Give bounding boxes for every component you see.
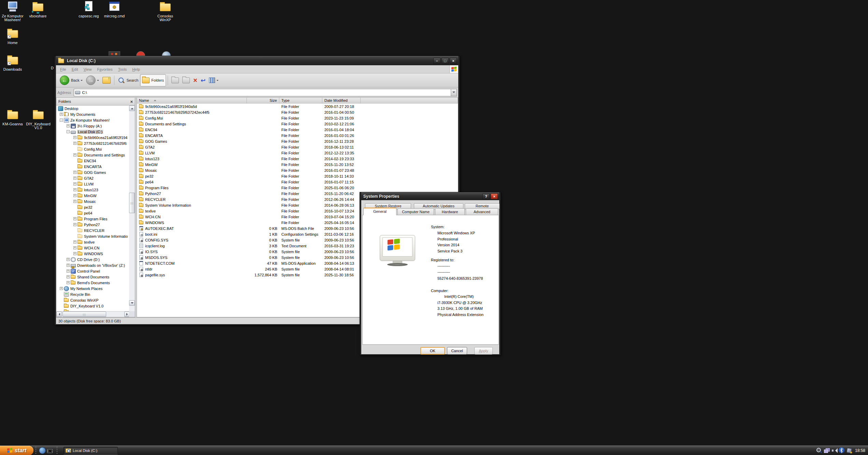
menu-help[interactable]: Help — [129, 66, 143, 72]
expand-icon[interactable]: + — [73, 171, 76, 174]
expand-icon[interactable]: + — [73, 200, 76, 203]
tree-item-gta2[interactable]: +GTA2 — [56, 175, 130, 181]
tree-item-9c5b960cea21a69f02f194[interactable]: +9c5b960cea21a69f02f194 — [56, 135, 130, 140]
expand-icon[interactable]: + — [73, 177, 76, 180]
volume-tray-icon[interactable] — [831, 447, 837, 453]
expand-icon[interactable]: + — [67, 264, 70, 267]
tree-item-diy-keyboard-v1-0[interactable]: DIY_Keyboard V1.0 — [56, 303, 130, 309]
table-row-mingw[interactable]: MinGWFile Folder2015-11-20 13:52 — [137, 162, 458, 167]
table-row-9c5b960cea21a69f02f1940a5d[interactable]: 9c5b960cea21a69f02f1940a5dFile Folder200… — [137, 104, 458, 109]
tree-item-bernd-s-documents[interactable]: +Bernd's Documents — [56, 280, 130, 286]
table-row-27753c682121467b925f637242ec44f5[interactable]: 27753c682121467b925f637242ec44f5File Fol… — [137, 109, 458, 115]
expand-icon[interactable]: + — [73, 153, 76, 156]
tree-item-cd-drive-d[interactable]: +CD Drive (D:) — [56, 257, 130, 262]
tree-item-my-documents[interactable]: +My Documents — [56, 111, 130, 117]
expand-icon[interactable]: + — [73, 194, 76, 197]
expand-icon[interactable]: + — [73, 223, 76, 226]
tree-item-wch-cn[interactable]: +WCH.CN — [56, 245, 130, 251]
tree-item-gog-games[interactable]: +GOG Games — [56, 169, 130, 175]
bluetooth-tray-icon[interactable] — [839, 447, 844, 453]
maximize-button[interactable]: □ — [442, 58, 449, 64]
move-to-button[interactable] — [170, 74, 181, 86]
forward-button[interactable]: → — [84, 74, 101, 86]
tree-item-enc94[interactable]: ENC94 — [56, 158, 130, 164]
menu-edit[interactable]: Edit — [69, 66, 81, 72]
folders-button[interactable]: Folders — [140, 74, 166, 86]
tree-item-consolas-winxp[interactable]: Consolas WinXP — [56, 297, 130, 303]
table-row-config-msi[interactable]: Config.MsiFile Folder2023-11-23 15:09 — [137, 115, 458, 121]
command-prompt-quick-launch-icon[interactable]: C:\ — [47, 449, 53, 453]
column-header-name[interactable]: Name — [137, 98, 247, 104]
menu-file[interactable]: File — [57, 66, 69, 72]
tree-item-3-floppy-a[interactable]: +3½ Floppy (A:) — [56, 123, 130, 129]
menu-view[interactable]: View — [81, 66, 95, 72]
tree-item-encarta[interactable]: ENCARTA — [56, 164, 130, 169]
tree-item-local-disk-c[interactable]: -Local Disk (C:) — [56, 129, 130, 135]
tree-item-pe64[interactable]: pe64 — [56, 210, 130, 216]
table-row-enc94[interactable]: ENC94File Folder2016-01-04 18:04 — [137, 127, 458, 133]
search-button[interactable]: Search — [116, 74, 140, 86]
expand-icon[interactable]: + — [73, 136, 76, 139]
expand-icon[interactable]: + — [73, 182, 76, 185]
tree-item-texlive[interactable]: +texlive — [56, 239, 130, 245]
ok-button[interactable]: OK — [420, 347, 445, 355]
desktop-icon-consolas-winxp[interactable]: Consolas WinXP — [152, 1, 179, 22]
table-row-encarta[interactable]: ENCARTAFile Folder2016-01-03 01:26 — [137, 133, 458, 138]
desktop-icon-diy-keyboard-v1-0[interactable]: DIY_Keyboard V1.0 — [25, 109, 52, 130]
tree-item-recycler[interactable]: RECYCLER — [56, 228, 130, 233]
collapse-icon[interactable]: - — [60, 119, 63, 122]
tree-item-downloads-on-vboxsvr-z[interactable]: +Downloads on 'VBoxSvr' (Z:) — [56, 262, 130, 268]
expand-icon[interactable]: + — [73, 252, 76, 255]
tree-item-mingw[interactable]: +MinGW — [56, 193, 130, 198]
help-button[interactable]: ? — [482, 193, 490, 199]
desktop-icon-km-goanna[interactable]: KM-Goanna — [0, 109, 26, 126]
views-dropdown-icon[interactable] — [216, 80, 219, 82]
expand-icon[interactable]: + — [73, 188, 76, 191]
tab-hardware[interactable]: Hardware — [435, 208, 465, 216]
tree-item-config-msi[interactable]: Config.Msi — [56, 146, 130, 152]
expand-icon[interactable]: + — [67, 281, 70, 284]
tree-item-control-panel[interactable]: +Control Panel — [56, 268, 130, 274]
tree-item-llvm[interactable]: +LLVM — [56, 181, 130, 187]
desktop-icon-ze-komputor-masheen[interactable]: Ze Komputor Masheen! — [0, 1, 26, 22]
tree-item-my-network-places[interactable]: +My Network Places — [56, 286, 130, 291]
delete-button[interactable]: × — [192, 74, 199, 86]
expand-icon[interactable]: + — [67, 270, 70, 273]
tree-vertical-scrollbar[interactable]: ||| — [129, 106, 135, 312]
column-header-date-modified[interactable]: Date Modified — [322, 98, 361, 104]
table-row-lotus123[interactable]: lotus123File Folder2014-02-19 23:33 — [137, 156, 458, 162]
back-button[interactable]: ← Back — [58, 74, 84, 86]
expand-icon[interactable]: + — [67, 275, 70, 278]
tab-computer-name[interactable]: Computer Name — [397, 208, 434, 216]
expand-icon[interactable]: + — [73, 246, 76, 249]
table-row-mosaic[interactable]: MosaicFile Folder2016-01-07 23:48 — [137, 167, 458, 173]
magnifier-tray-icon[interactable] — [816, 447, 822, 453]
virtualbox-tray-icon[interactable] — [846, 447, 852, 453]
table-row-documents-and-settings[interactable]: Documents and SettingsFile Folder2010-02… — [137, 121, 458, 127]
explorer-titlebar[interactable]: Local Disk (C:) – □ × — [56, 56, 458, 65]
tree-item-pe32[interactable]: pe32 — [56, 204, 130, 210]
forward-dropdown-icon[interactable] — [97, 80, 99, 82]
expand-icon[interactable]: + — [67, 258, 70, 261]
tree-item-windows[interactable]: +WINDOWS — [56, 251, 130, 257]
tree-item-mosaic[interactable]: +Mosaic — [56, 198, 130, 204]
tree-item-desktop[interactable]: Desktop — [56, 106, 130, 111]
desktop-icon-vboxshare[interactable]: vboxshare — [24, 1, 52, 18]
tree-item-system-volume-informatio[interactable]: System Volume Informatio — [56, 233, 130, 239]
collapse-icon[interactable]: - — [67, 130, 70, 133]
tree-horizontal-scrollbar[interactable]: ||| — [56, 311, 130, 317]
tree-item-lotus123[interactable]: +lotus123 — [56, 187, 130, 193]
menu-favorites[interactable]: Favorites — [94, 66, 115, 72]
table-row-pe64[interactable]: pe64File Folder2016-01-07 11:15 — [137, 179, 458, 185]
expand-icon[interactable]: + — [73, 240, 76, 244]
close-icon[interactable]: × — [491, 193, 498, 199]
expand-icon[interactable]: + — [73, 217, 76, 220]
table-row-program-files[interactable]: Program FilesFile Folder2025-01-06 06:20 — [137, 185, 458, 191]
tree-item-program-files[interactable]: +Program Files — [56, 216, 130, 222]
tab-general[interactable]: General — [363, 208, 396, 215]
back-dropdown-icon[interactable] — [81, 80, 83, 82]
table-row-gta2[interactable]: GTA2File Folder2018-06-13 02:11 — [137, 144, 458, 150]
table-row-pe32[interactable]: pe32File Folder2018-10-11 14:33 — [137, 173, 458, 179]
network-computers-tray-icon[interactable] — [824, 447, 829, 453]
column-header-size[interactable]: Size — [247, 98, 279, 104]
